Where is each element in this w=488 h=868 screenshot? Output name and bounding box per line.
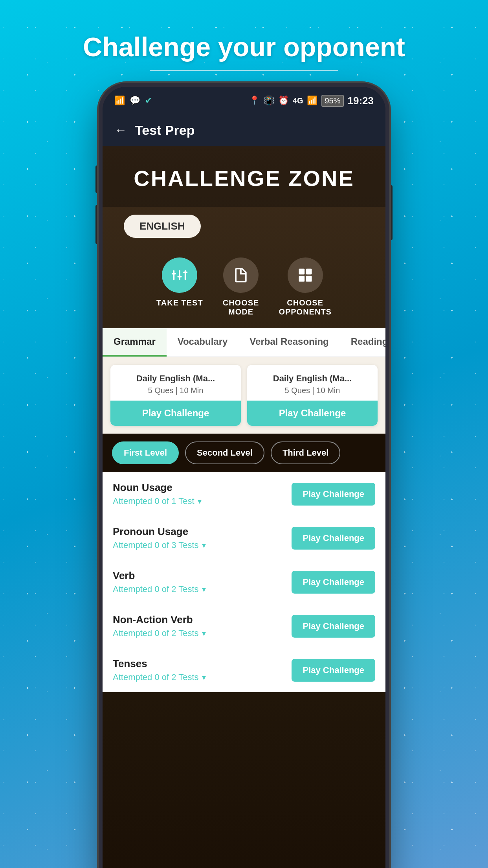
- card-1-play-button[interactable]: Play Challenge: [110, 401, 241, 426]
- action-icons-row: TAKE TEST CHOOSEMODE: [103, 250, 385, 328]
- noun-usage-chevron-icon: ▾: [198, 497, 202, 506]
- level-third-button[interactable]: Third Level: [271, 441, 340, 464]
- app-bar-title: Test Prep: [135, 123, 194, 138]
- signal-label: 4G: [293, 96, 303, 105]
- take-test-icon-circle: [162, 257, 197, 293]
- subject-pill[interactable]: ENGLISH: [124, 215, 201, 238]
- tenses-play-button[interactable]: Play Challenge: [292, 659, 375, 682]
- notification-icon: 💬: [130, 96, 140, 106]
- level-second-button[interactable]: Second Level: [185, 441, 264, 464]
- back-button[interactable]: ←: [114, 123, 127, 138]
- vibrate-icon: 📳: [264, 96, 274, 106]
- topic-verb-attempts: Attempted 0 of 2 Tests ▾: [113, 584, 206, 594]
- grid-icon: [297, 267, 314, 284]
- signal-bars-icon: 📶: [307, 96, 317, 106]
- topic-row-verb: Verb Attempted 0 of 2 Tests ▾ Play Chall…: [103, 560, 385, 604]
- level-selector: First Level Second Level Third Level: [103, 434, 385, 472]
- topic-non-action-verb-info: Non-Action Verb Attempted 0 of 2 Tests ▾: [113, 614, 206, 638]
- action-choose-mode[interactable]: CHOOSEMODE: [223, 257, 259, 316]
- svg-rect-5: [183, 272, 188, 273]
- svg-rect-7: [306, 269, 312, 275]
- topic-non-action-verb-attempts: Attempted 0 of 2 Tests ▾: [113, 628, 206, 638]
- topic-noun-usage-name: Noun Usage: [113, 482, 202, 494]
- status-left-icons: 📶 💬 ✔: [114, 96, 152, 106]
- topic-noun-usage-attempts: Attempted 0 of 1 Test ▾: [113, 496, 202, 506]
- tab-reading-comprehension[interactable]: Reading Compreh...: [340, 328, 385, 357]
- card-2-top: Daily English (Ma... 5 Ques | 10 Min: [247, 365, 378, 401]
- card-1-meta: 5 Ques | 10 Min: [117, 386, 234, 395]
- app-bar: ← Test Prep: [103, 114, 385, 146]
- svg-rect-8: [299, 276, 305, 282]
- status-bar: 📶 💬 ✔ 📍 📳 ⏰ 4G 📶 95% 19:23: [103, 87, 385, 114]
- challenge-zone-header: CHALLENGE ZONE: [103, 146, 385, 207]
- non-action-verb-chevron-icon: ▾: [202, 629, 206, 638]
- svg-rect-6: [299, 269, 305, 275]
- choose-opponents-icon-circle: [288, 257, 323, 293]
- page-title: Challenge your opponent: [0, 31, 488, 62]
- challenge-cards-row: Daily English (Ma... 5 Ques | 10 Min Pla…: [103, 357, 385, 434]
- take-test-label: TAKE TEST: [156, 298, 203, 307]
- tab-grammar[interactable]: Grammar: [103, 328, 167, 357]
- topic-verb-name: Verb: [113, 570, 206, 582]
- topic-tenses-attempts: Attempted 0 of 2 Tests ▾: [113, 672, 206, 682]
- action-take-test[interactable]: TAKE TEST: [156, 257, 203, 316]
- wifi-icon: 📶: [114, 96, 125, 106]
- challenge-zone-title: CHALLENGE ZONE: [110, 166, 378, 191]
- pronoun-usage-play-button[interactable]: Play Challenge: [292, 527, 375, 550]
- topic-noun-usage-info: Noun Usage Attempted 0 of 1 Test ▾: [113, 482, 202, 506]
- tenses-chevron-icon: ▾: [202, 673, 206, 682]
- phone-side-button: [95, 166, 99, 193]
- choose-mode-icon-circle: [223, 257, 259, 293]
- svg-rect-4: [178, 276, 182, 278]
- status-right-icons: 📍 📳 ⏰ 4G 📶 95% 19:23: [249, 95, 374, 107]
- header-underline: [150, 70, 338, 71]
- location-icon: 📍: [249, 96, 260, 106]
- non-action-verb-play-button[interactable]: Play Challenge: [292, 615, 375, 638]
- topics-list: Noun Usage Attempted 0 of 1 Test ▾ Play …: [103, 472, 385, 692]
- svg-rect-0: [173, 270, 175, 280]
- topic-row-pronoun-usage: Pronoun Usage Attempted 0 of 3 Tests ▾ P…: [103, 516, 385, 560]
- verb-play-button[interactable]: Play Challenge: [292, 571, 375, 594]
- phone-side-button-2: [95, 205, 99, 244]
- card-2-play-button[interactable]: Play Challenge: [247, 401, 378, 426]
- topic-pronoun-usage-info: Pronoun Usage Attempted 0 of 3 Tests ▾: [113, 526, 206, 550]
- tabs-container: Grammar Vocabulary Verbal Reasoning Read…: [103, 328, 385, 357]
- card-1-title: Daily English (Ma...: [117, 373, 234, 384]
- topic-row-tenses: Tenses Attempted 0 of 2 Tests ▾ Play Cha…: [103, 648, 385, 692]
- clock: 19:23: [348, 95, 374, 107]
- alarm-icon: ⏰: [278, 96, 289, 106]
- topic-pronoun-usage-attempts: Attempted 0 of 3 Tests ▾: [113, 540, 206, 550]
- topic-verb-info: Verb Attempted 0 of 2 Tests ▾: [113, 570, 206, 594]
- svg-rect-9: [306, 276, 312, 282]
- page-header: Challenge your opponent: [0, 0, 488, 87]
- noun-usage-play-button[interactable]: Play Challenge: [292, 483, 375, 506]
- topic-non-action-verb-name: Non-Action Verb: [113, 614, 206, 626]
- card-1-top: Daily English (Ma... 5 Ques | 10 Min: [110, 365, 241, 401]
- action-choose-opponents[interactable]: CHOOSEOPPONENTS: [279, 257, 332, 316]
- challenge-card-1: Daily English (Ma... 5 Ques | 10 Min Pla…: [110, 365, 241, 426]
- card-2-meta: 5 Ques | 10 Min: [254, 386, 371, 395]
- topic-row-noun-usage: Noun Usage Attempted 0 of 1 Test ▾ Play …: [103, 472, 385, 516]
- check-icon: ✔: [145, 96, 152, 106]
- tab-vocabulary[interactable]: Vocabulary: [167, 328, 239, 357]
- phone-frame: 📶 💬 ✔ 📍 📳 ⏰ 4G 📶 95% 19:23 ← Test Prep: [103, 87, 385, 868]
- level-first-button[interactable]: First Level: [112, 441, 179, 464]
- card-2-title: Daily English (Ma...: [254, 373, 371, 384]
- document-icon: [232, 267, 250, 284]
- sliders-icon: [171, 267, 188, 284]
- topic-row-non-action-verb: Non-Action Verb Attempted 0 of 2 Tests ▾…: [103, 604, 385, 648]
- phone-power-button: [389, 185, 393, 240]
- pronoun-usage-chevron-icon: ▾: [202, 541, 206, 550]
- main-content: CHALLENGE ZONE ENGLISH: [103, 146, 385, 868]
- choose-opponents-label: CHOOSEOPPONENTS: [279, 298, 332, 316]
- verb-chevron-icon: ▾: [202, 585, 206, 594]
- challenge-card-2: Daily English (Ma... 5 Ques | 10 Min Pla…: [247, 365, 378, 426]
- topic-tenses-name: Tenses: [113, 658, 206, 670]
- svg-rect-1: [179, 270, 181, 280]
- choose-mode-label: CHOOSEMODE: [223, 298, 259, 316]
- topic-pronoun-usage-name: Pronoun Usage: [113, 526, 206, 538]
- battery-indicator: 95%: [321, 95, 343, 107]
- topic-tenses-info: Tenses Attempted 0 of 2 Tests ▾: [113, 658, 206, 682]
- tab-verbal-reasoning[interactable]: Verbal Reasoning: [238, 328, 339, 357]
- svg-rect-3: [172, 273, 176, 275]
